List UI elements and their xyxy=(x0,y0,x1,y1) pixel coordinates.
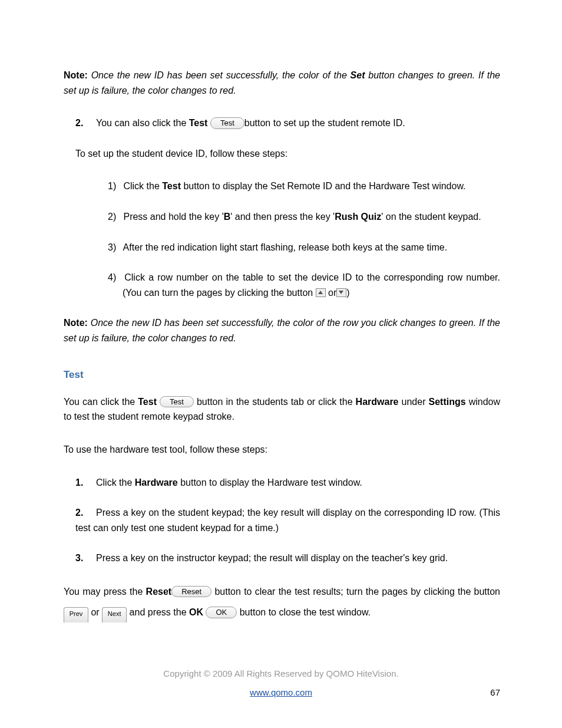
sublist: 1) Click the Test button to display the … xyxy=(108,179,500,300)
next-button-image: Next xyxy=(102,607,127,622)
top-step-2: 2.You can also click the Test Testbutton… xyxy=(75,116,500,131)
step-number: 1. xyxy=(75,475,96,490)
note-2: Note: Once the new ID has been set succe… xyxy=(64,315,500,345)
substep-text: Click the Test button to display the Set… xyxy=(123,181,465,191)
test-section-intro: You can click the Test Test button in th… xyxy=(64,394,500,424)
substep-2: 2) Press and hold the key 'B' and then p… xyxy=(108,209,500,225)
page-down-icon xyxy=(336,288,346,297)
step-number: 2. xyxy=(75,116,96,131)
reset-button-image: Reset xyxy=(171,586,211,598)
step-text-a: You can also click the xyxy=(96,118,189,128)
hw-step-1: 1.Click the Hardware button to display t… xyxy=(75,475,500,490)
substep-text: Click a row number on the table to set t… xyxy=(123,272,500,298)
substep-4: 4) Click a row number on the table to se… xyxy=(108,270,500,300)
hw-step-3: 3.Press a key on the instructor keypad; … xyxy=(75,551,500,566)
substep-text: After the red indication light start fla… xyxy=(123,242,448,252)
note-label: Note: xyxy=(64,318,88,328)
ok-button-image: OK xyxy=(206,607,237,618)
page-up-icon xyxy=(316,288,326,297)
website-link[interactable]: www.qomo.com xyxy=(250,687,312,697)
hardware-test-intro: To use the hardware test tool, follow th… xyxy=(64,442,500,457)
note-label: Note: xyxy=(64,70,88,80)
reset-ok-paragraph: You may press the ResetReset button to c… xyxy=(64,581,500,622)
substep-1: 1) Click the Test button to display the … xyxy=(108,179,500,194)
test-button-image-1: Test xyxy=(210,117,244,129)
note-2-text: Once the new ID has been set successfull… xyxy=(64,318,500,343)
substep-number: 4) xyxy=(108,270,121,285)
note-1: Note: Once the new ID has been set succe… xyxy=(64,68,500,98)
document-page: Note: Once the new ID has been set succe… xyxy=(0,0,562,728)
substep-text: Press and hold the key 'B' and then pres… xyxy=(123,212,481,222)
substep-3: 3) After the red indication light start … xyxy=(108,240,500,255)
substep-number: 1) xyxy=(108,179,121,194)
section-heading-test: Test xyxy=(64,367,500,383)
substep-number: 2) xyxy=(108,209,121,225)
note-1-text-a: Once the new ID has been set successfull… xyxy=(88,70,351,80)
substep-number: 3) xyxy=(108,240,121,255)
website-footer: www.qomo.com xyxy=(64,686,498,700)
step-bold: Test xyxy=(189,118,208,128)
copyright-footer: Copyright © 2009 All Rights Reserved by … xyxy=(64,667,498,681)
step-number: 2. xyxy=(75,505,96,521)
hardware-steps: 1.Click the Hardware button to display t… xyxy=(75,475,500,566)
top-step-list: 2.You can also click the Test Testbutton… xyxy=(75,116,500,131)
step-number: 3. xyxy=(75,551,96,566)
test-button-image-2: Test xyxy=(160,396,194,408)
step-text-b: button to set up the student remote ID. xyxy=(244,118,405,128)
page-number: 67 xyxy=(490,686,500,700)
hw-step-2: 2.Press a key on the student keypad; the… xyxy=(75,505,500,535)
setup-instructions-intro: To set up the student device ID, follow … xyxy=(75,146,500,162)
prev-button-image: Prev xyxy=(64,607,88,622)
note-1-bold: Set xyxy=(351,70,365,80)
